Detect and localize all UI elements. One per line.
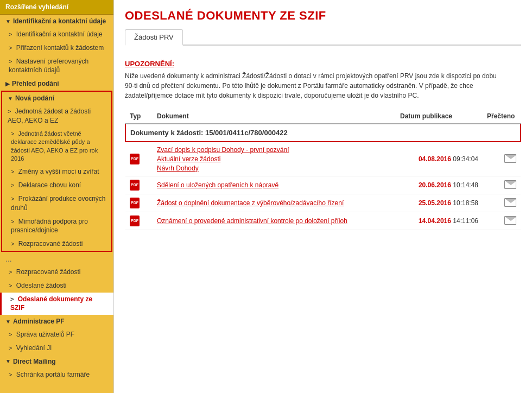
gt-icon: > — [9, 45, 12, 51]
sidebar-item-rozpracovane[interactable]: > Rozpracované žádosti — [2, 237, 111, 251]
page-header: ODESLANÉ DOKUMENTY ZE SZIF Žádosti PRV — [114, 0, 532, 51]
pdf-icon: PDF — [130, 215, 140, 226]
gt-icon: > — [8, 108, 11, 115]
gt-icon: > — [9, 345, 12, 351]
gt-icon: > — [9, 331, 12, 338]
cell-precteno — [483, 194, 521, 212]
cell-precteno — [483, 142, 521, 176]
table-row: PDFSdělení o uložených opatřeních k nápr… — [125, 176, 521, 194]
cell-dokument: Oznámení o provedené administrativní kon… — [153, 212, 396, 230]
chevron-down-icon: ▼ — [5, 18, 11, 24]
warning-text: Níže uvedené dokumenty k administraci Žá… — [125, 71, 505, 100]
sidebar-item-nastaveni[interactable]: > Nastavení preferovaných kontaktních úd… — [0, 55, 113, 78]
main-content: ODESLANÉ DOKUMENTY ZE SZIF Žádosti PRV U… — [114, 0, 532, 393]
sidebar-section-administrace[interactable]: ▼ Administrace PF — [0, 315, 113, 328]
datum-date: 25.05.2016 — [419, 199, 451, 207]
table-row: PDFŽádost o doplnění dokumentace z výběr… — [125, 194, 521, 212]
gt-icon: > — [11, 130, 14, 137]
sidebar-section-identifikacni[interactable]: ▼ Identifikační a kontaktní údaje — [0, 15, 113, 28]
pdf-icon: PDF — [130, 180, 140, 191]
table-row: PDFOznámení o provedené administrativní … — [125, 212, 521, 230]
sidebar-section-direct-mailing[interactable]: ▼ Direct Mailing — [0, 355, 113, 368]
cell-dokument: Žádost o doplnění dokumentace z výběrové… — [153, 194, 396, 212]
cell-datum: 04.08.2016 09:34:04 — [396, 142, 483, 176]
gt-icon: > — [11, 168, 14, 175]
sidebar-section-prehled[interactable]: ▶ Přehled podání — [0, 77, 113, 90]
table-body: Dokumenty k žádosti: 15/001/0411c/780/00… — [125, 124, 521, 230]
cell-dokument: Zvací dopis k podpisu Dohody - první poz… — [153, 142, 396, 176]
datum-date: 20.06.2016 — [419, 181, 451, 189]
sidebar-item-identifikacni[interactable]: > Identifikační a kontaktní údaje — [0, 28, 113, 41]
cell-precteno — [483, 176, 521, 194]
chevron-down-icon: ▼ — [5, 358, 11, 364]
col-header-precteno: Přečteno — [483, 109, 521, 124]
gt-icon: > — [9, 58, 12, 65]
envelope-icon — [504, 216, 516, 225]
envelope-icon — [504, 198, 516, 207]
chevron-down-icon: ▼ — [5, 319, 11, 325]
table-row: PDFZvací dopis k podpisu Dohody - první … — [125, 142, 521, 176]
cell-typ: PDF — [125, 194, 153, 212]
table-group-header: Dokumenty k žádosti: 15/001/0411c/780/00… — [125, 124, 521, 142]
sidebar-item-vyhledani[interactable]: > Vyhledání JI — [0, 341, 113, 355]
sidebar-item-schranka[interactable]: > Schránka portálu farmáře — [0, 368, 113, 382]
sidebar: Rozšířené vyhledání ▼ Identifikační a ko… — [0, 0, 114, 393]
search-link[interactable]: Rozšířené vyhledání — [0, 0, 113, 15]
sidebar-item-jednotna[interactable]: > Jednotná žádost a žádosti AEO, AEKO a … — [2, 105, 111, 128]
tab-zadosti-prv[interactable]: Žádosti PRV — [125, 29, 183, 46]
nova-podani-section: ▼ Nová podání > Jednotná žádost a žádost… — [1, 91, 112, 252]
gt-icon: > — [11, 182, 14, 188]
cell-datum: 20.06.2016 10:14:48 — [396, 176, 483, 194]
chevron-right-icon: ▶ — [5, 81, 10, 87]
sidebar-item-odeslane-zadosti[interactable]: > Odeslané žádosti — [0, 279, 113, 293]
warning-label: UPOZORNĚNÍ: — [125, 60, 521, 68]
page-title: ODESLANÉ DOKUMENTY ZE SZIF — [125, 9, 521, 23]
gt-icon: > — [9, 282, 12, 289]
pdf-icon: PDF — [130, 154, 140, 164]
col-header-dokument: Dokument — [153, 109, 396, 124]
document-link[interactable]: Sdělení o uložených opatřeních k nápravě — [157, 181, 391, 190]
tab-bar: Žádosti PRV — [125, 29, 521, 46]
document-link[interactable]: Žádost o doplnění dokumentace z výběrové… — [157, 199, 391, 208]
cell-datum: 14.04.2016 14:11:06 — [396, 212, 483, 230]
cell-typ: PDF — [125, 142, 153, 176]
sidebar-item-prokazani[interactable]: > Prokázání produkce ovocných druhů — [2, 192, 111, 215]
sidebar-dots: ... — [0, 252, 113, 265]
cell-dokument: Sdělení o uložených opatřeních k nápravě — [153, 176, 396, 194]
cell-precteno — [483, 212, 521, 230]
content-area: UPOZORNĚNÍ: Níže uvedené dokumenty k adm… — [114, 51, 532, 239]
gt-icon: > — [10, 296, 14, 302]
gt-icon: > — [11, 195, 14, 202]
gt-icon: > — [11, 240, 14, 247]
sidebar-item-mimoradna[interactable]: > Mimořádná podpora pro prasnice/dojnice — [2, 215, 111, 238]
cell-typ: PDF — [125, 212, 153, 230]
chevron-down-icon: ▼ — [8, 96, 13, 102]
gt-icon: > — [9, 269, 12, 275]
cell-datum: 25.05.2016 10:18:58 — [396, 194, 483, 212]
sidebar-item-odeslane-dokumenty[interactable]: > Odeslané dokumenty ze SZIF — [0, 293, 113, 315]
sidebar-item-zmeny[interactable]: > Změny a vyšší moci u zvířat — [2, 165, 111, 179]
pdf-icon: PDF — [130, 198, 140, 208]
document-link[interactable]: Zvací dopis k podpisu Dohody - první poz… — [157, 145, 391, 155]
sidebar-item-sprava[interactable]: > Správa uživatelů PF — [0, 328, 113, 341]
sidebar-item-prirazeni[interactable]: > Přiřazení kontaktů k žádostem — [0, 41, 113, 55]
col-header-datum: Datum publikace — [396, 109, 483, 124]
gt-icon: > — [9, 371, 12, 378]
documents-table: Typ Dokument Datum publikace Přečteno Do… — [125, 109, 521, 230]
sidebar-item-jednotna-vcetne[interactable]: > Jednotná žádost včetně deklarace zeměd… — [2, 128, 111, 166]
cell-typ: PDF — [125, 176, 153, 194]
envelope-icon — [504, 180, 516, 189]
document-link[interactable]: Oznámení o provedené administrativní kon… — [157, 217, 391, 226]
sidebar-item-rozpracovane2[interactable]: > Rozpracované žádosti — [0, 265, 113, 279]
col-header-typ: Typ — [125, 109, 153, 124]
document-link[interactable]: Aktuální verze žádosti — [157, 155, 391, 164]
gt-icon: > — [9, 31, 12, 37]
sidebar-section-nova[interactable]: ▼ Nová podání — [2, 92, 111, 105]
gt-icon: > — [11, 218, 14, 225]
datum-date: 04.08.2016 — [419, 155, 451, 163]
envelope-icon — [504, 154, 516, 163]
sidebar-item-deklarace[interactable]: > Deklarace chovu koní — [2, 179, 111, 192]
datum-date: 14.04.2016 — [419, 217, 451, 225]
document-link[interactable]: Návrh Dohody — [157, 164, 391, 173]
